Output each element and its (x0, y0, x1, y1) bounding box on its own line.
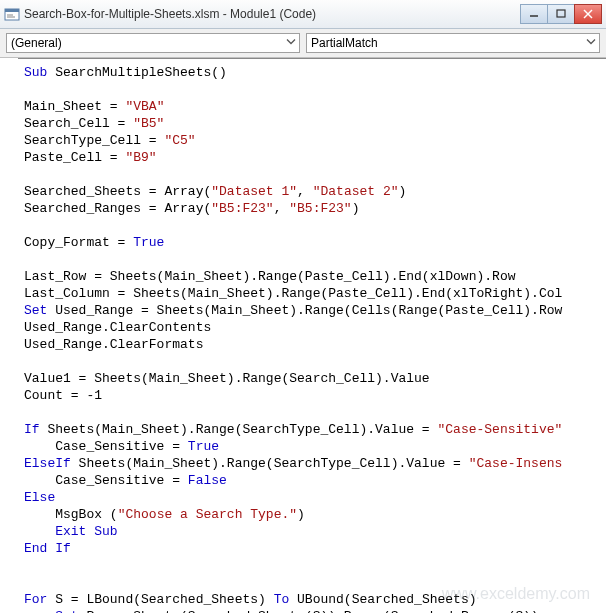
window-title: Search-Box-for-Multiple-Sheets.xlsm - Mo… (24, 7, 521, 21)
close-button[interactable] (574, 4, 602, 24)
code-pane[interactable]: Sub SearchMultipleSheets() Main_Sheet = … (0, 58, 606, 613)
chevron-down-icon (285, 36, 297, 51)
object-dropdown[interactable]: (General) (6, 33, 300, 53)
module-icon (4, 6, 20, 22)
chevron-down-icon (585, 36, 597, 51)
procedure-dropdown-value: PartialMatch (311, 36, 378, 50)
dropdown-bar: (General) PartialMatch (0, 29, 606, 58)
procedure-dropdown[interactable]: PartialMatch (306, 33, 600, 53)
vba-editor-window: Search-Box-for-Multiple-Sheets.xlsm - Mo… (0, 0, 606, 613)
top-rule (18, 58, 606, 59)
svg-rect-5 (557, 10, 565, 17)
maximize-button[interactable] (547, 4, 575, 24)
code-editor[interactable]: Sub SearchMultipleSheets() Main_Sheet = … (0, 60, 606, 613)
titlebar[interactable]: Search-Box-for-Multiple-Sheets.xlsm - Mo… (0, 0, 606, 29)
svg-rect-1 (5, 9, 19, 12)
minimize-button[interactable] (520, 4, 548, 24)
object-dropdown-value: (General) (11, 36, 62, 50)
window-controls (521, 4, 602, 24)
